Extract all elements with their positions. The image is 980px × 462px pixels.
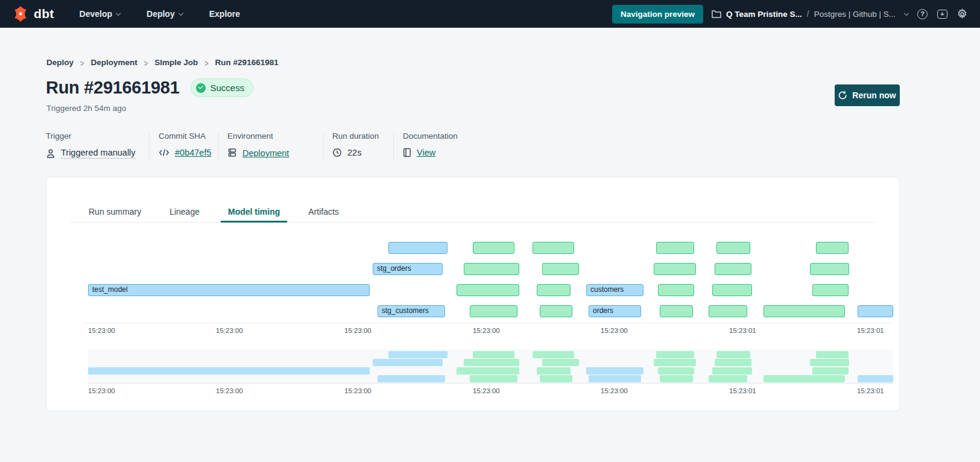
timeline-bar[interactable] <box>388 242 447 254</box>
chevron-down-icon <box>178 10 183 15</box>
minimap-bar <box>763 375 845 382</box>
timeline-bar[interactable] <box>715 263 751 275</box>
timeline-bar[interactable] <box>658 284 694 296</box>
meta-label: Environment <box>227 131 289 141</box>
timeline-bar-customers[interactable]: customers <box>586 284 643 296</box>
model-timing-chart: stg_orderstest_modelcustomersstg_custome… <box>46 177 899 411</box>
timeline-bar[interactable] <box>660 305 693 317</box>
meta-run-duration: Run duration 22s <box>332 131 379 157</box>
timeline-bar[interactable] <box>533 242 574 254</box>
meta-label: Documentation <box>403 131 458 141</box>
environment-link[interactable]: Deployment <box>242 148 289 158</box>
meta-documentation: Documentation View <box>403 131 458 157</box>
timeline-bar[interactable] <box>470 305 517 317</box>
account-project-selector[interactable]: Q Team Pristine S... / Postgres | Github… <box>712 9 908 19</box>
commit-sha-link[interactable]: #0b47ef5 <box>175 148 211 157</box>
minimap-bar <box>388 351 447 358</box>
minimap-bar <box>712 367 752 375</box>
timeline-bar[interactable] <box>656 242 694 254</box>
axis-tick-label: 15:23:00 <box>601 387 628 394</box>
document-icon <box>403 148 411 157</box>
timeline-bar[interactable] <box>540 305 572 317</box>
status-badge-label: Success <box>210 83 245 93</box>
breadcrumb-separator: > <box>80 57 84 68</box>
minimap-bar <box>473 351 514 358</box>
database-icon <box>227 148 237 158</box>
timeline-bar[interactable] <box>464 263 519 275</box>
clock-icon <box>332 148 342 157</box>
timeline-bar[interactable] <box>716 242 750 254</box>
timeline-bar[interactable] <box>709 305 747 317</box>
timeline-bar[interactable] <box>473 242 514 254</box>
divider <box>323 133 324 162</box>
timeline-bar[interactable] <box>537 284 571 296</box>
nav-item-explore[interactable]: Explore <box>209 9 240 19</box>
axis-tick-label: 15:23:00 <box>88 387 115 394</box>
axis-tick-label: 15:23:00 <box>216 387 243 394</box>
navigation-preview-button[interactable]: Navigation preview <box>612 5 703 24</box>
breadcrumb-deployment[interactable]: Deployment <box>90 58 137 67</box>
rerun-now-button[interactable]: Rerun now <box>835 84 900 106</box>
feedback-icon[interactable]: + <box>937 8 948 20</box>
run-meta-row: Trigger Triggered manually Commit SHA #0… <box>46 131 589 163</box>
help-icon[interactable]: ? <box>917 8 928 20</box>
timeline-bar[interactable] <box>712 284 752 296</box>
minimap-bar <box>378 375 445 382</box>
axis-tick-label: 15:23:00 <box>344 387 371 394</box>
minimap-bar <box>533 351 574 358</box>
meta-label: Trigger <box>46 131 136 141</box>
minimap-bar <box>709 375 747 382</box>
documentation-view-link[interactable]: View <box>417 148 435 157</box>
timeline-bar[interactable] <box>810 263 849 275</box>
minimap-bar <box>586 367 643 375</box>
minimap-bar <box>537 367 571 375</box>
timeline-bar[interactable] <box>816 242 849 254</box>
timeline-bar[interactable] <box>812 284 849 296</box>
minimap-bar <box>373 359 443 366</box>
axis-tick-label: 15:23:01 <box>729 327 756 334</box>
minimap-bar <box>542 359 579 366</box>
page-title: Run #291661981 <box>46 78 180 98</box>
minimap-bar <box>716 351 750 358</box>
rerun-icon <box>838 91 847 100</box>
timeline-bar[interactable] <box>763 305 845 317</box>
run-detail-card: Run summary Lineage Model timing Artifac… <box>46 177 900 411</box>
axis-tick-label: 15:23:01 <box>857 327 884 334</box>
timeline-bar-orders[interactable]: orders <box>589 305 641 317</box>
person-icon <box>46 148 55 159</box>
breadcrumb: Deploy > Deployment > SImple Job > Run #… <box>46 58 279 67</box>
timeline-bar[interactable] <box>542 263 579 275</box>
axis-tick-label: 15:23:00 <box>88 327 115 334</box>
timeline-bar-test_model[interactable]: test_model <box>88 284 370 296</box>
run-duration-value: 22s <box>347 148 361 157</box>
divider <box>218 133 219 162</box>
nav-item-deploy[interactable]: Deploy <box>147 9 183 19</box>
axis-tick-label: 15:23:00 <box>601 327 628 334</box>
minimap-bar <box>858 375 893 382</box>
divider <box>149 133 150 162</box>
meta-commit-sha: Commit SHA #0b47ef5 <box>159 131 211 157</box>
settings-gear-icon[interactable] <box>956 8 968 20</box>
nav-item-develop[interactable]: Develop <box>80 9 120 19</box>
minimap-bar <box>810 359 849 366</box>
chevron-down-icon <box>904 10 909 15</box>
chevron-down-icon <box>116 10 121 15</box>
meta-label: Run duration <box>332 131 379 141</box>
dbt-logo[interactable]: dbt <box>12 5 54 22</box>
axis-tick-label: 15:23:00 <box>216 327 243 334</box>
project-name: Postgres | Github | S... <box>814 10 896 19</box>
timeline-bar[interactable] <box>654 263 696 275</box>
dbt-logo-icon <box>12 5 29 22</box>
meta-trigger: Trigger Triggered manually <box>46 131 136 159</box>
time-axis-line <box>85 323 893 323</box>
timeline-bar[interactable] <box>858 305 893 317</box>
timeline-bar[interactable] <box>457 284 519 296</box>
timeline-bar-stg_orders[interactable]: stg_orders <box>373 263 443 275</box>
axis-tick-label: 15:23:00 <box>473 387 500 394</box>
breadcrumb-deploy[interactable]: Deploy <box>46 58 74 67</box>
minimap-bar <box>540 375 572 382</box>
breadcrumb-simple-job[interactable]: SImple Job <box>154 58 198 67</box>
timeline-bar-stg_customers[interactable]: stg_customers <box>378 305 445 317</box>
top-nav: dbt Develop Deploy Explore Navigation pr… <box>0 0 980 28</box>
minimap-bar <box>658 367 694 375</box>
